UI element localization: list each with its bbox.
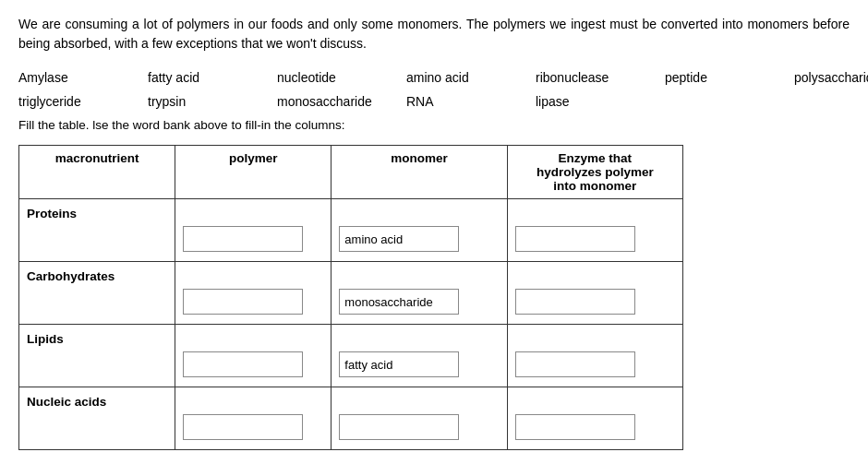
polymer-nucleic-cell (175, 387, 332, 413)
table-row-proteins-inputs (19, 224, 683, 262)
macronutrient-proteins-pad (19, 224, 175, 262)
monomer-proteins-input-cell (332, 224, 507, 262)
macronutrient-nucleic-pad (19, 412, 175, 450)
monomer-proteins-cell (332, 199, 507, 225)
monomer-nucleic-cell (332, 387, 507, 413)
enzyme-proteins-input[interactable] (515, 226, 635, 252)
header-enzyme: Enzyme thathydrolyzes polymerinto monome… (507, 146, 682, 199)
word-trypsin: trypsin (148, 94, 259, 109)
enzyme-nucleic-input-cell (507, 412, 682, 450)
polymer-lipids-cell (175, 325, 332, 351)
monomer-carbs-cell (332, 262, 507, 288)
table-row-proteins-label: Proteins (19, 199, 683, 225)
polymer-nucleic-input-cell (175, 412, 332, 450)
table-row-nucleic-label: Nucleic acids (19, 387, 683, 413)
word-bank-row1: Amylase fatty acid nucleotide amino acid… (18, 70, 850, 85)
word-monosaccharide: monosaccharide (277, 94, 388, 109)
enzyme-lipids-input-cell (507, 350, 682, 387)
word-bank-row2: triglyceride trypsin monosaccharide RNA … (18, 94, 850, 109)
header-enzyme-text: Enzyme thathydrolyzes polymerinto monome… (536, 151, 654, 193)
word-nucleotide: nucleotide (277, 70, 388, 85)
monomer-carbs-input[interactable] (339, 289, 459, 315)
macronutrient-proteins: Proteins (19, 199, 175, 225)
word-amino-acid: amino acid (406, 70, 517, 85)
word-lipase: lipase (536, 94, 646, 109)
polymer-proteins-input[interactable] (183, 226, 303, 252)
word-ribonuclease: ribonuclease (536, 70, 646, 85)
word-peptide: peptide (665, 70, 776, 85)
polymer-lipids-input[interactable] (183, 351, 303, 377)
macronutrient-nucleic: Nucleic acids (19, 387, 175, 413)
monomer-proteins-input[interactable] (339, 226, 459, 252)
word-rna: RNA (406, 94, 517, 109)
polymer-carbs-input-cell (175, 287, 332, 325)
polymer-proteins-input-cell (175, 224, 332, 262)
enzyme-proteins-cell (507, 199, 682, 225)
monomer-lipids-input-cell (332, 350, 507, 387)
polymer-carbs-cell (175, 262, 332, 288)
intro-paragraph: We are consuming a lot of polymers in ou… (18, 15, 850, 54)
polymer-proteins-cell (175, 199, 332, 225)
header-macronutrient: macronutrient (19, 146, 175, 199)
table-row-nucleic-inputs (19, 412, 683, 450)
enzyme-carbs-input[interactable] (515, 289, 635, 315)
instruction-text: Fill the table. lse the word bank above … (18, 118, 850, 132)
macronutrient-lipids: Lipids (19, 325, 175, 351)
word-fatty-acid: fatty acid (148, 70, 259, 85)
header-monomer: monomer (332, 146, 507, 199)
table-row-carbs-inputs (19, 287, 683, 325)
enzyme-nucleic-cell (507, 387, 682, 413)
table-row-lipids-inputs (19, 350, 683, 387)
macronutrient-carbs-pad (19, 287, 175, 325)
monomer-lipids-cell (332, 325, 507, 351)
polymer-nucleic-input[interactable] (183, 414, 303, 440)
enzyme-carbs-cell (507, 262, 682, 288)
enzyme-lipids-cell (507, 325, 682, 351)
enzyme-nucleic-input[interactable] (515, 414, 635, 440)
macronutrient-carbs: Carbohydrates (19, 262, 175, 288)
word-polysaccharide: polysaccharide (794, 70, 868, 85)
enzyme-carbs-input-cell (507, 287, 682, 325)
header-polymer: polymer (175, 146, 332, 199)
word-triglyceride: triglyceride (18, 94, 129, 109)
enzyme-lipids-input[interactable] (515, 351, 635, 377)
polymer-lipids-input-cell (175, 350, 332, 387)
monomer-nucleic-input-cell (332, 412, 507, 450)
monomer-nucleic-input[interactable] (339, 414, 459, 440)
table-row-carbs-label: Carbohydrates (19, 262, 683, 288)
word-amylase: Amylase (18, 70, 129, 85)
table-row-lipids-label: Lipids (19, 325, 683, 351)
table-header-row: macronutrient polymer monomer Enzyme tha… (19, 146, 683, 199)
monomer-carbs-input-cell (332, 287, 507, 325)
enzyme-proteins-input-cell (507, 224, 682, 262)
fill-table: macronutrient polymer monomer Enzyme tha… (18, 145, 683, 450)
macronutrient-lipids-pad (19, 350, 175, 387)
polymer-carbs-input[interactable] (183, 289, 303, 315)
monomer-lipids-input[interactable] (339, 351, 459, 377)
